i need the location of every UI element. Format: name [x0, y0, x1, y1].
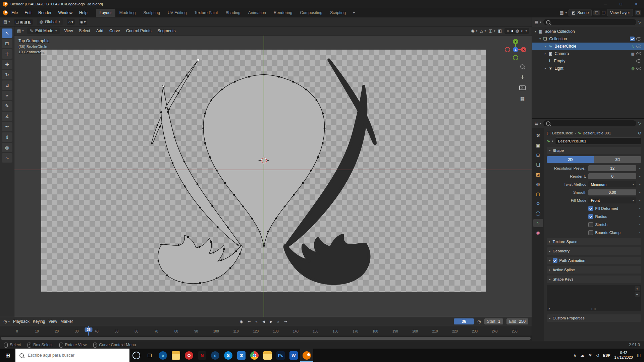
control-point[interactable]	[263, 73, 265, 75]
visibility-eye-icon[interactable]	[636, 67, 641, 70]
mode-dropdown[interactable]: ✎ Edit Mode ▾	[27, 27, 60, 34]
move-tool[interactable]: ✚	[2, 60, 12, 69]
control-point[interactable]	[174, 136, 176, 138]
opera-icon[interactable]: O	[182, 349, 196, 362]
word-icon[interactable]: W	[287, 349, 300, 362]
radius-checkbox[interactable]	[588, 214, 593, 219]
taskbar-search[interactable]	[15, 349, 129, 362]
control-point[interactable]	[248, 76, 250, 78]
workspace-tab-animation[interactable]: Animation	[245, 9, 270, 17]
control-point[interactable]	[160, 111, 162, 113]
next-keyframe-button[interactable]: »	[277, 319, 280, 323]
overlays-button[interactable]: ◫▾	[489, 28, 495, 33]
id-browse-caret[interactable]: ▾	[552, 139, 553, 143]
playback-sync-icon[interactable]: ◷	[477, 319, 481, 324]
control-point[interactable]	[302, 182, 304, 184]
material-tab[interactable]: ◉	[533, 229, 543, 237]
expand-caret[interactable]: ▾	[539, 37, 541, 41]
maximize-button[interactable]: □	[613, 0, 629, 8]
expand-caret[interactable]	[545, 59, 546, 63]
timeline-menu-view[interactable]: View	[48, 319, 57, 324]
control-point[interactable]	[177, 92, 179, 94]
object-visibility-button[interactable]: ◉▾	[471, 28, 477, 33]
extrude-tool[interactable]: ⇧	[2, 132, 12, 142]
control-point[interactable]	[211, 205, 213, 207]
rendered-shading-icon[interactable]: ◐	[521, 28, 523, 33]
control-point[interactable]	[210, 241, 212, 243]
tweak-tool[interactable]: ↖	[2, 28, 12, 38]
animate-dot-icon[interactable]: •	[638, 190, 641, 194]
control-point[interactable]	[317, 156, 319, 158]
control-point[interactable]	[322, 142, 324, 144]
viewport-menu-control-points[interactable]: Control Points	[125, 28, 153, 34]
control-point[interactable]	[166, 275, 168, 277]
gizmo-axis-x[interactable]: X	[521, 47, 526, 52]
control-point[interactable]	[165, 107, 167, 109]
taskbar-clock[interactable]: 0:42 17/12/2020	[614, 351, 633, 360]
control-point[interactable]	[216, 170, 218, 172]
onedrive-cloud-icon[interactable]: ☁	[580, 353, 584, 358]
control-point[interactable]	[183, 161, 185, 163]
section-shape-keys[interactable]: ▸ Shape Keys	[547, 276, 641, 283]
control-point[interactable]	[263, 245, 265, 247]
control-point[interactable]	[199, 246, 201, 248]
workspace-tab-rendering[interactable]: Rendering	[270, 9, 296, 17]
zoom-icon[interactable]	[520, 64, 525, 69]
menu-edit[interactable]: Edit	[21, 9, 35, 16]
control-point[interactable]	[164, 137, 166, 139]
object-data-tab[interactable]: ∿	[533, 219, 543, 227]
mode-toggle-4-icon[interactable]: ◧	[28, 20, 31, 24]
add-workspace-button[interactable]: +	[350, 10, 358, 16]
workspace-tab-shading[interactable]: Shading	[222, 9, 244, 17]
play-button[interactable]: ▶	[269, 319, 273, 324]
outliner-editor-type-button[interactable]: ▤▾	[535, 20, 541, 24]
menu-render[interactable]: Render	[35, 9, 54, 16]
wireframe-shading-icon[interactable]: ○	[506, 28, 509, 33]
breadcrumb-data[interactable]: BezierCircle.001	[583, 131, 611, 135]
control-point[interactable]	[172, 162, 174, 164]
animate-dot-icon[interactable]: •	[638, 206, 641, 210]
object-tab[interactable]: ▢	[533, 190, 543, 198]
mode-toggle-2-icon[interactable]: ▣	[19, 20, 23, 24]
workspace-tab-sculpting[interactable]: Sculpting	[140, 9, 164, 17]
add-shape-key-button[interactable]: +	[635, 286, 640, 291]
view-layer-tab[interactable]: ❏	[533, 161, 543, 169]
animate-dot-icon[interactable]: •	[638, 174, 641, 178]
animate-dot-icon[interactable]: •	[638, 166, 641, 170]
control-point[interactable]	[217, 226, 219, 228]
tool-tab[interactable]: ⚒	[533, 131, 543, 140]
control-point[interactable]	[267, 231, 269, 233]
smooth-field[interactable]: 0.00	[588, 189, 636, 195]
toggle-ortho-icon[interactable]: ▦	[520, 96, 525, 101]
transform-tool[interactable]: ⌖	[2, 91, 12, 100]
outliner-scene-collection[interactable]: ▾ ▦ Scene Collection	[532, 28, 644, 35]
outliner-search[interactable]	[543, 19, 636, 25]
visibility-eye-icon[interactable]	[636, 52, 641, 55]
fill-deformed-checkbox[interactable]	[588, 206, 593, 211]
timeline-scroll-thumb[interactable]	[1, 337, 531, 340]
control-point[interactable]	[284, 205, 286, 207]
control-point[interactable]	[167, 111, 169, 113]
control-point[interactable]	[158, 260, 160, 262]
control-point[interactable]	[202, 127, 204, 129]
shading-caret[interactable]: ▾	[525, 29, 527, 33]
network-icon[interactable]: ≋	[588, 353, 592, 358]
xray-toggle-icon[interactable]: ◧	[498, 28, 502, 33]
control-point[interactable]	[168, 109, 170, 111]
viewport-menu-add[interactable]: Add	[95, 28, 105, 34]
shape-keys-list[interactable]: + − ▸ ∷∷	[547, 285, 641, 311]
prev-keyframe-button[interactable]: «	[255, 319, 258, 323]
editor-type-button[interactable]: ▤▾	[3, 19, 10, 24]
control-point[interactable]	[187, 236, 189, 238]
viewport-menu-segments[interactable]: Segments	[156, 28, 177, 34]
pan-hand-icon[interactable]: ✛	[521, 74, 525, 80]
menu-window[interactable]: Window	[55, 9, 75, 16]
radius-tool[interactable]: ◎	[2, 143, 12, 152]
expand-caret[interactable]: ▸	[545, 45, 546, 48]
control-point[interactable]	[209, 156, 211, 158]
control-point[interactable]	[159, 126, 161, 128]
photoshop-icon[interactable]: Ps	[274, 349, 287, 362]
selected-control-point-2[interactable]	[162, 85, 165, 87]
render-u-field[interactable]: 0	[588, 173, 636, 179]
outliner-item-camera[interactable]: ▸ ▣ Camera ▦	[532, 50, 644, 57]
